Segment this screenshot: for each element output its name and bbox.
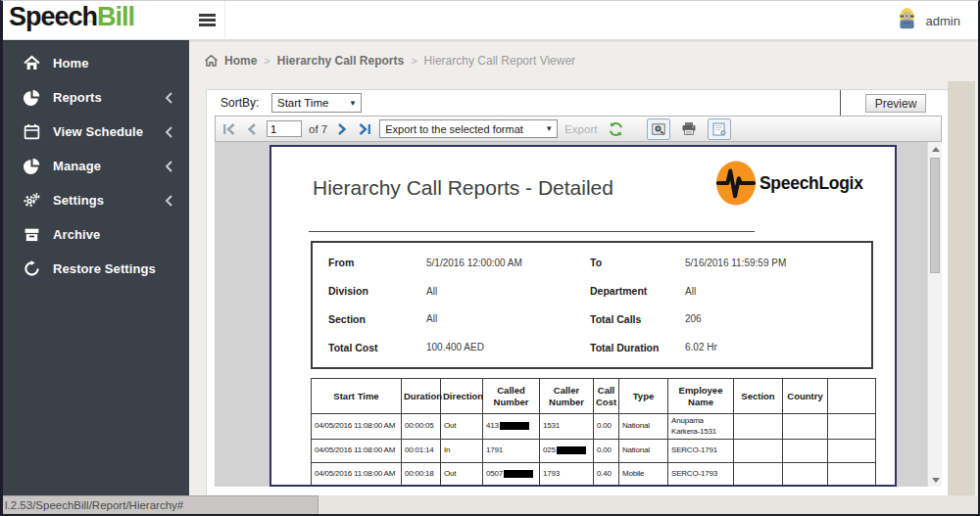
page-setup-button[interactable] [708, 118, 731, 140]
export-button[interactable]: Export [564, 123, 597, 135]
viewer-scrollbar[interactable] [927, 142, 942, 487]
table-cell: 04/05/2016 11:08:00 AM [312, 463, 402, 487]
sidebar-item-label: Settings [53, 193, 165, 208]
sortby-selected-value: Start Time [277, 97, 328, 109]
scroll-up-icon[interactable] [928, 142, 942, 156]
summary-value: 206 [685, 313, 871, 324]
report-viewer-canvas: Hierarchy Call Reports - Detailed Speech… [215, 142, 942, 487]
table-cell [783, 463, 828, 487]
status-bar: l.2.53/SpeechBill/Report/Hierarchy# [3, 495, 978, 514]
table-cell: 0.00 [594, 440, 619, 463]
summary-value: All [685, 286, 871, 297]
column-header: Call Cost [594, 379, 619, 414]
table-cell: 00:01:14 [402, 440, 441, 463]
table-cell: 00:00:05 [402, 414, 441, 440]
table-cell: 025 [540, 440, 594, 463]
speechbill-logo: SpeechBill SpeechBill [9, 2, 187, 39]
table-cell [783, 414, 828, 440]
user-menu[interactable]: admin [897, 1, 960, 40]
waveform-logo-icon [714, 160, 758, 207]
first-page-button[interactable] [221, 122, 237, 136]
app-window: SpeechBill SpeechBill admin [0, 0, 980, 516]
table-cell: National [619, 440, 668, 463]
previous-page-button[interactable] [244, 122, 260, 136]
print-preview-button[interactable] [647, 118, 670, 140]
chevron-left-icon [165, 195, 173, 207]
table-cell: Anupama Karkera-1531 [668, 414, 734, 440]
home-icon [24, 55, 40, 71]
column-header: Direction [441, 379, 483, 414]
summary-value: 5/1/2016 12:00:00 AM [426, 258, 590, 268]
table-cell: 1791 [483, 440, 540, 463]
breadcrumb-item[interactable]: Hierarchy Call Reports [277, 54, 404, 68]
report-title: Hierarchy Call Reports - Detailed [313, 176, 613, 200]
table-cell: In [441, 440, 483, 463]
pie-chart-icon [24, 158, 40, 174]
chevron-left-icon [165, 161, 173, 172]
column-header: Caller Number [540, 379, 594, 414]
sidebar-item-settings[interactable]: Settings [3, 183, 189, 217]
last-page-button[interactable] [357, 122, 372, 136]
sortby-select[interactable]: Start Time ▼ [271, 93, 362, 113]
table-row: 04/05/2016 11:08:00 AM00:00:18Out0507179… [312, 463, 876, 487]
summary-label: Total Duration [590, 342, 685, 353]
column-header: Called Number [483, 379, 540, 414]
pie-chart-icon [24, 89, 40, 106]
sidebar-item-label: Home [53, 56, 173, 70]
preview-button[interactable]: Preview [865, 94, 926, 113]
summary-label: Division [328, 285, 426, 297]
table-cell: 04/05/2016 11:08:00 AM [312, 414, 402, 440]
user-name: admin [926, 14, 960, 28]
refresh-button[interactable] [604, 118, 627, 140]
report-summary-box: From5/1/2016 12:00:00 AMTo5/16/2016 11:5… [311, 241, 873, 369]
table-cell: Mobile [619, 463, 668, 487]
table-cell: 1531 [540, 414, 594, 440]
table-cell: 0507 [483, 463, 540, 487]
export-format-select[interactable]: Export to the selected format ▼ [379, 119, 558, 138]
next-page-button[interactable] [334, 122, 350, 136]
sidebar-nav: HomeReportsView ScheduleManageSettingsAr… [3, 40, 189, 498]
summary-value: All [426, 313, 590, 324]
speechlogix-logo: SpeechLogix [714, 160, 863, 207]
print-icon [681, 121, 697, 136]
page-number-input[interactable] [267, 120, 302, 137]
column-header: Section [734, 379, 783, 414]
table-cell [734, 440, 783, 463]
table-cell: 0.40 [594, 463, 619, 487]
redaction-bar [557, 446, 586, 454]
gears-icon [24, 192, 40, 209]
chevron-left-icon [165, 92, 173, 104]
sidebar-item-reports[interactable]: Reports [3, 80, 189, 115]
page-scrollbar-gutter[interactable] [948, 81, 975, 496]
user-avatar [897, 7, 917, 35]
table-cell: Out [441, 414, 483, 440]
table-cell: SERCO-1791 [668, 440, 734, 463]
sidebar-item-manage[interactable]: Manage [3, 149, 189, 183]
sidebar-item-label: Archive [53, 227, 173, 242]
summary-value: 6.02 Hr [685, 342, 871, 352]
print-button[interactable] [677, 118, 701, 140]
breadcrumb-item[interactable]: Home [224, 54, 257, 68]
summary-label: Total Cost [328, 342, 426, 353]
restore-icon [24, 260, 40, 277]
report-toolbar: of 7 Export to the selected format ▼ Exp… [215, 116, 942, 142]
sidebar-item-home[interactable]: Home [3, 46, 189, 80]
scrollbar-thumb[interactable] [930, 158, 940, 273]
breadcrumb-item: Hierarchy Call Report Viewer [424, 54, 576, 68]
page-setup-icon [712, 122, 727, 136]
table-cell [734, 463, 783, 487]
summary-value: 100.400 AED [426, 342, 590, 352]
hamburger-menu-icon[interactable] [199, 14, 216, 27]
column-header: Country [783, 379, 828, 414]
main-content: Home>Hierarchy Call Reports>Hierarchy Ca… [189, 40, 978, 498]
sidebar-item-view-schedule[interactable]: View Schedule [3, 115, 189, 149]
sidebar-item-archive[interactable]: Archive [3, 217, 189, 252]
table-cell [828, 414, 876, 440]
table-cell: 413 [483, 414, 540, 440]
scroll-down-icon[interactable] [928, 473, 942, 487]
archive-icon [24, 226, 40, 243]
sidebar-item-restore-settings[interactable]: Restore Settings [3, 252, 189, 286]
home-icon [205, 55, 218, 67]
sidebar-item-label: Restore Settings [53, 261, 173, 276]
report-viewer-panel: SortBy: Start Time ▼ Preview of 7 [206, 89, 949, 497]
